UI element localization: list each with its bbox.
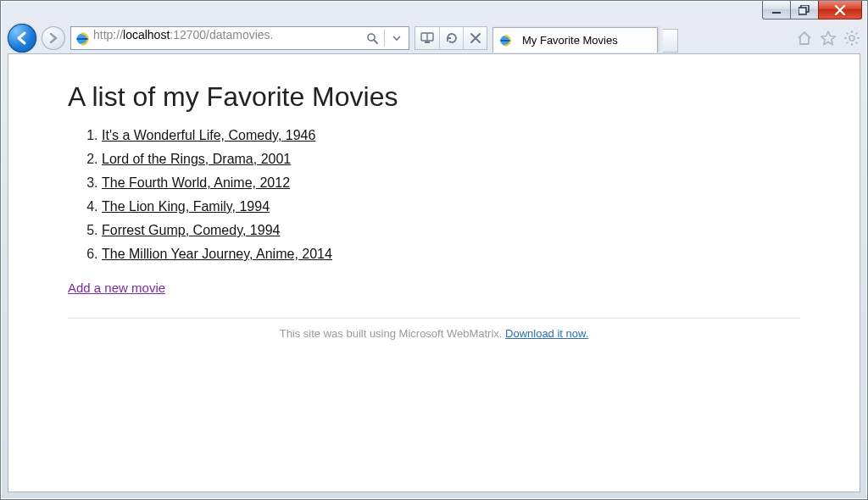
nav-forward-button[interactable]: [42, 26, 65, 50]
page-content: A list of my Favorite Movies It's a Wond…: [8, 54, 860, 357]
movie-link[interactable]: Lord of the Rings, Drama, 2001: [102, 152, 291, 166]
tools-icon[interactable]: [843, 30, 860, 47]
svg-line-17: [847, 33, 849, 35]
svg-rect-4: [77, 38, 88, 40]
svg-point-12: [849, 36, 854, 41]
footer: This site was built using Microsoft WebM…: [68, 327, 800, 340]
svg-rect-0: [772, 12, 781, 14]
nav-tool-group: [415, 26, 487, 50]
footer-text: This site was built using Microsoft WebM…: [280, 327, 505, 340]
svg-rect-11: [500, 40, 510, 42]
list-item: The Lion King, Family, 1994: [102, 199, 800, 214]
list-item: Lord of the Rings, Drama, 2001: [102, 152, 800, 167]
page-viewport: A list of my Favorite Movies It's a Wond…: [8, 53, 860, 492]
svg-line-18: [856, 42, 858, 44]
url-rest: :12700/datamovies.: [170, 28, 273, 42]
ie-favicon-icon: [75, 31, 90, 46]
minimize-button[interactable]: [762, 1, 791, 19]
movie-link[interactable]: The Fourth World, Anime, 2012: [102, 175, 290, 190]
tab-title: My Favorite Movies: [522, 34, 618, 47]
dropdown-icon[interactable]: [387, 28, 407, 48]
browser-toolbar: http://localhost:12700/datamovies.: [8, 23, 860, 53]
nav-back-button[interactable]: [8, 24, 36, 53]
refresh-icon[interactable]: [439, 27, 463, 49]
svg-line-20: [847, 42, 849, 44]
list-item: It's a Wonderful Life, Comedy, 1946: [102, 128, 800, 143]
footer-download-link[interactable]: Download it now.: [505, 327, 588, 340]
url-field[interactable]: http://localhost:12700/datamovies.: [93, 28, 362, 48]
footer-separator: [68, 318, 800, 319]
list-item: Forrest Gump, Comedy, 1994: [102, 223, 800, 238]
page-heading: A list of my Favorite Movies: [68, 81, 800, 113]
url-host: localhost: [123, 28, 170, 42]
maximize-button[interactable]: [790, 1, 819, 19]
new-tab-button[interactable]: [663, 29, 678, 53]
list-item: The Million Year Journey, Anime, 2014: [102, 247, 800, 262]
compat-view-icon[interactable]: [415, 27, 439, 49]
close-button[interactable]: [818, 1, 862, 19]
stop-icon[interactable]: [463, 27, 487, 49]
separator: [384, 30, 385, 47]
movie-link[interactable]: It's a Wonderful Life, Comedy, 1946: [102, 128, 315, 142]
svg-rect-9: [425, 42, 430, 43]
tab-favicon-icon: [498, 33, 514, 48]
favorites-icon[interactable]: [820, 30, 837, 47]
search-icon[interactable]: [362, 28, 382, 48]
address-bar[interactable]: http://localhost:12700/datamovies.: [70, 26, 409, 50]
movie-link[interactable]: The Million Year Journey, Anime, 2014: [102, 247, 332, 261]
list-item: The Fourth World, Anime, 2012: [102, 175, 800, 191]
address-bar-tools: [362, 27, 407, 49]
browser-window: http://localhost:12700/datamovies.: [0, 0, 868, 500]
window-caption-buttons: [763, 1, 862, 19]
movies-list: It's a Wonderful Life, Comedy, 1946 Lord…: [68, 128, 800, 262]
svg-line-6: [374, 40, 377, 43]
command-bar: [796, 30, 860, 47]
url-prefix: http://: [93, 28, 123, 42]
svg-line-19: [856, 33, 858, 35]
svg-rect-2: [798, 8, 806, 14]
movie-link[interactable]: Forrest Gump, Comedy, 1994: [102, 223, 280, 237]
movie-link[interactable]: The Lion King, Family, 1994: [102, 199, 270, 214]
add-movie-link[interactable]: Add a new movie: [68, 281, 165, 295]
browser-tab[interactable]: My Favorite Movies: [492, 27, 658, 53]
home-icon[interactable]: [796, 30, 813, 47]
